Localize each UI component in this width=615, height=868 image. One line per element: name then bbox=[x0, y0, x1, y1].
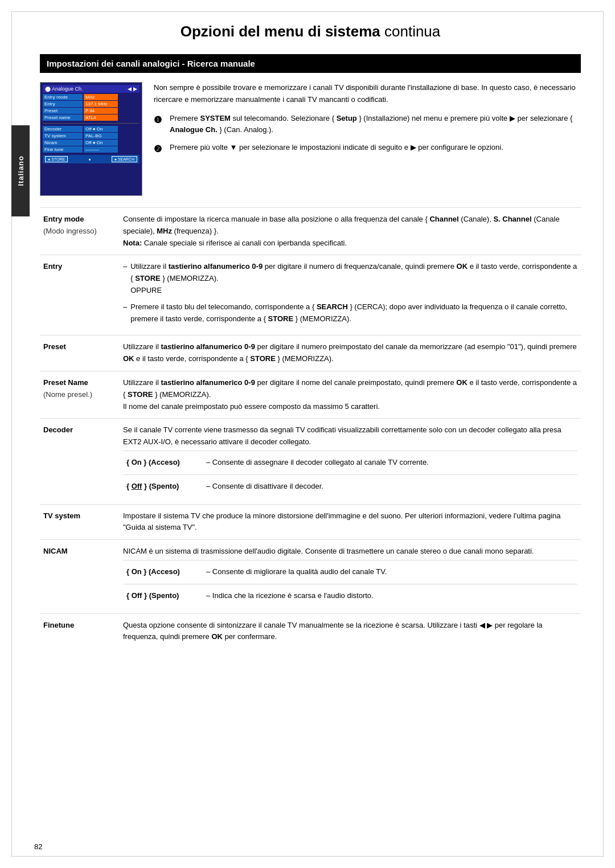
screenshot-nav-icons: ◀ ▶ bbox=[128, 86, 137, 92]
decoder-options: { On } (Acceso) – Consente di assegnare … bbox=[123, 451, 577, 498]
section-header: Impostazioni dei canali analogici - Rice… bbox=[40, 54, 581, 73]
terms-table: Entry mode (Modo ingresso) Consente di i… bbox=[40, 207, 581, 649]
term-desc: Se il canale TV corrente viene trasmesso… bbox=[120, 419, 581, 504]
term-label: Entry mode (Modo ingresso) bbox=[40, 208, 120, 255]
screenshot-row: Nicam Off ● On bbox=[43, 140, 140, 146]
screenshot-header: ⬤ Analogue Ch. ◀ ▶ bbox=[43, 85, 140, 93]
screenshot-row: Entry mode MHz bbox=[43, 94, 140, 100]
term-label: Preset bbox=[40, 335, 120, 371]
table-row: Entry – Utilizzare il tastierino alfanum… bbox=[40, 255, 581, 335]
nicam-options: { On } (Acceso) – Consente di migliorare… bbox=[123, 560, 577, 608]
content-area: ⬤ Analogue Ch. ◀ ▶ Entry mode MHz Entry … bbox=[40, 82, 581, 196]
intro-area: Non sempre è possibile trovare e memoriz… bbox=[154, 82, 581, 196]
screenshot-row: Preset name ATL4 bbox=[43, 114, 140, 121]
term-label: Entry bbox=[40, 255, 120, 335]
screenshot-row: TV system PAL-BG bbox=[43, 133, 140, 139]
table-row: Preset Utilizzare il tastierino alfanume… bbox=[40, 335, 581, 371]
main-content: Opzioni del menu di sistema continua Imp… bbox=[40, 23, 581, 649]
term-label: Finetune bbox=[40, 613, 120, 649]
screenshot-bottom: ● STORE ● ● SEARCH bbox=[43, 155, 140, 163]
numbered-steps: ❶ Premere SYSTEM sul telecomando. Selezi… bbox=[154, 113, 581, 157]
table-row: Preset Name (Nome presel.) Utilizzare il… bbox=[40, 371, 581, 418]
step-2: ❷ Premere più volte ▼ per selezionare le… bbox=[154, 142, 581, 157]
term-desc: Utilizzare il tastierino alfanumerico 0-… bbox=[120, 371, 581, 418]
sidebar-tab: Italiano bbox=[11, 125, 30, 216]
screenshot-header-label: ⬤ Analogue Ch. bbox=[45, 86, 83, 92]
table-row: TV system Impostare il sistema TV che pr… bbox=[40, 504, 581, 540]
screenshot-row: Preset P 84 bbox=[43, 108, 140, 114]
term-label: NICAM bbox=[40, 540, 120, 613]
sidebar-label: Italiano bbox=[17, 155, 25, 186]
term-label: Decoder bbox=[40, 419, 120, 504]
btn-store: ● STORE bbox=[45, 156, 68, 162]
screenshot-box: ⬤ Analogue Ch. ◀ ▶ Entry mode MHz Entry … bbox=[40, 82, 142, 196]
term-desc: Impostare il sistema TV che produce la m… bbox=[120, 504, 581, 540]
table-row: NICAM NICAM è un sistema di trasmissione… bbox=[40, 540, 581, 613]
term-desc: NICAM è un sistema di trasmissione dell'… bbox=[120, 540, 581, 613]
table-row: Finetune Questa opzione consente di sint… bbox=[40, 613, 581, 649]
screenshot-row: Fine tune ——— bbox=[43, 146, 140, 153]
term-desc: Consente di impostare la ricerca manuale… bbox=[120, 208, 581, 255]
term-label: Preset Name (Nome presel.) bbox=[40, 371, 120, 418]
btn-search: ● SEARCH bbox=[112, 156, 137, 162]
dash-item: – Premere il tasto blu del telecomando, … bbox=[123, 301, 577, 325]
dash-item: – Utilizzare il tastierino alfanumerico … bbox=[123, 261, 577, 296]
screenshot-row: Decoder Off ● On bbox=[43, 126, 140, 132]
term-desc: Questa opzione consente di sintonizzare … bbox=[120, 613, 581, 649]
screenshot-row: Entry 137.1 MHz bbox=[43, 101, 140, 107]
term-desc: – Utilizzare il tastierino alfanumerico … bbox=[120, 255, 581, 335]
table-row: Entry mode (Modo ingresso) Consente di i… bbox=[40, 208, 581, 255]
page-title: Opzioni del menu di sistema continua bbox=[40, 23, 581, 40]
term-label: TV system bbox=[40, 504, 120, 540]
term-desc: Utilizzare il tastierino alfanumerico 0-… bbox=[120, 335, 581, 371]
table-row: Decoder Se il canale TV corrente viene t… bbox=[40, 419, 581, 504]
step-1: ❶ Premere SYSTEM sul telecomando. Selezi… bbox=[154, 113, 581, 137]
intro-text: Non sempre è possibile trovare e memoriz… bbox=[154, 82, 581, 106]
page-number: 82 bbox=[34, 842, 42, 851]
